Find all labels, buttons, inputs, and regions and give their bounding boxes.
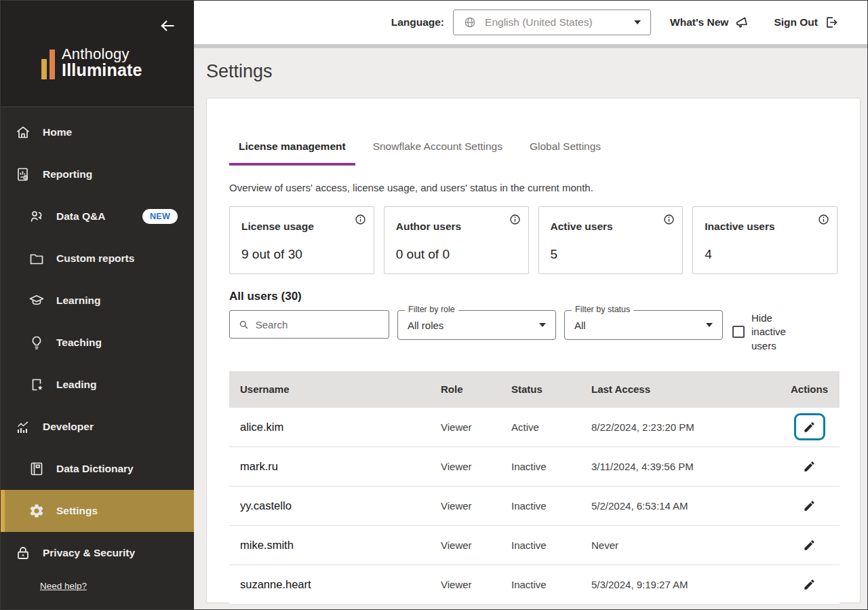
data-qa-icon xyxy=(28,208,45,225)
sidebar-item-label: Privacy & Security xyxy=(43,547,135,559)
language-value: English (United States) xyxy=(485,16,626,28)
cell-status: Inactive xyxy=(511,539,591,551)
reporting-icon xyxy=(15,166,31,183)
document-star-icon xyxy=(28,377,45,393)
cell-last-access: 5/2/2024, 6:53:14 AM xyxy=(591,500,779,512)
filter-by-role-label: Filter by role xyxy=(405,305,458,314)
sidebar-item-data-qa[interactable]: Data Q&A NEW xyxy=(1,195,194,237)
sidebar-item-label: Custom reports xyxy=(56,252,134,265)
cell-status: Inactive xyxy=(511,461,591,472)
language-select[interactable]: English (United States) xyxy=(453,9,651,35)
tab-license-management[interactable]: License management xyxy=(229,140,355,166)
chevron-down-icon xyxy=(634,20,641,24)
brand-name-top: Anthology xyxy=(62,47,142,62)
info-icon[interactable] xyxy=(509,213,521,226)
cell-role: Viewer xyxy=(441,539,511,551)
column-header-actions: Actions xyxy=(779,383,840,395)
cell-last-access: 8/22/2024, 2:23:20 PM xyxy=(591,421,779,433)
sidebar-item-data-dictionary[interactable]: Data Dictionary xyxy=(1,448,194,490)
edit-user-button[interactable] xyxy=(794,531,825,558)
filter-by-status-select[interactable]: Filter by status All xyxy=(564,310,723,340)
brand-logo-icon xyxy=(41,48,55,79)
filter-by-role-value: All roles xyxy=(408,320,539,331)
whats-new-label: What's New xyxy=(670,16,728,28)
sidebar-item-reporting[interactable]: Reporting xyxy=(1,153,194,195)
language-label: Language: xyxy=(391,16,444,28)
edit-user-button[interactable] xyxy=(794,492,825,519)
gear-icon xyxy=(28,503,45,519)
column-header-role: Role xyxy=(441,383,511,395)
table-row: yy.castello Viewer Inactive 5/2/2024, 6:… xyxy=(229,487,840,526)
edit-user-button[interactable] xyxy=(794,413,825,440)
table-header-row: Username Role Status Last Access Actions xyxy=(229,371,840,408)
hide-inactive-label: Hide inactive users xyxy=(751,311,793,353)
sidebar-item-custom-reports[interactable]: Custom reports xyxy=(1,237,194,280)
chevron-down-icon xyxy=(706,323,713,327)
stat-value: 4 xyxy=(705,247,827,262)
sidebar-item-settings[interactable]: Settings xyxy=(1,490,194,532)
stat-card-license-usage: License usage 9 out of 30 xyxy=(229,206,374,274)
journal-icon xyxy=(28,461,45,477)
sidebar-item-learning[interactable]: Learning xyxy=(1,280,194,322)
home-icon xyxy=(15,124,31,140)
table-row: mike.smith Viewer Inactive Never xyxy=(229,526,840,565)
filter-by-status-label: Filter by status xyxy=(572,305,633,314)
lock-icon xyxy=(15,545,31,561)
megaphone-icon xyxy=(734,15,749,30)
info-icon[interactable] xyxy=(354,213,367,226)
sidebar-logo-block: Anthology Illuminate xyxy=(1,1,194,107)
edit-user-button[interactable] xyxy=(794,453,825,480)
collapse-sidebar-icon[interactable] xyxy=(159,17,176,35)
sidebar: Anthology Illuminate Home Reporting Data… xyxy=(1,1,194,609)
sidebar-item-label: Teaching xyxy=(56,337,102,349)
sidebar-item-leading[interactable]: Leading xyxy=(1,364,194,406)
sidebar-item-developer[interactable]: Developer xyxy=(1,406,194,448)
cell-role: Viewer xyxy=(441,500,511,512)
sidebar-item-label: Learning xyxy=(56,294,100,307)
cell-status: Inactive xyxy=(511,579,591,590)
cell-status: Inactive xyxy=(511,500,591,512)
cell-last-access: Never xyxy=(591,539,779,551)
sidebar-item-label: Leading xyxy=(56,379,96,391)
whats-new-button[interactable]: What's New xyxy=(670,15,749,30)
cell-role: Viewer xyxy=(441,579,511,590)
cell-username: yy.castello xyxy=(229,499,441,512)
stat-card-author-users: Author users 0 out of 0 xyxy=(384,206,529,274)
tab-global-settings[interactable]: Global Settings xyxy=(520,140,610,166)
info-icon[interactable] xyxy=(663,213,675,226)
stat-value: 9 out of 30 xyxy=(241,247,364,262)
sidebar-item-label: Developer xyxy=(43,421,94,433)
sidebar-item-label: Reporting xyxy=(43,168,92,180)
chevron-down-icon xyxy=(539,323,546,327)
sidebar-item-home[interactable]: Home xyxy=(1,111,194,153)
brand-name-bottom: Illuminate xyxy=(62,62,142,79)
need-help-link[interactable]: Need help? xyxy=(40,581,87,591)
search-box xyxy=(229,310,389,339)
stat-value: 5 xyxy=(551,247,673,262)
column-header-username: Username xyxy=(229,383,441,395)
sign-out-button[interactable]: Sign Out xyxy=(774,15,839,30)
search-input[interactable] xyxy=(256,319,382,330)
sidebar-item-label: Data Dictionary xyxy=(56,463,134,475)
tab-snowflake-account-settings[interactable]: Snowflake Account Settings xyxy=(363,140,512,166)
filter-by-role-select[interactable]: Filter by role All roles xyxy=(397,310,556,340)
cell-username: alice.kim xyxy=(229,421,441,434)
sidebar-item-teaching[interactable]: Teaching xyxy=(1,322,194,364)
edit-user-button[interactable] xyxy=(794,571,825,598)
chart-trend-icon xyxy=(15,419,31,435)
topbar: Language: English (United States) What's… xyxy=(194,1,867,48)
sidebar-nav: Home Reporting Data Q&A NEW Custom repor… xyxy=(1,107,194,592)
sidebar-item-privacy-security[interactable]: Privacy & Security xyxy=(1,532,194,574)
hide-inactive-checkbox[interactable] xyxy=(732,326,745,338)
cell-username: mike.smith xyxy=(229,539,441,552)
table-row: alice.kim Viewer Active 8/22/2024, 2:23:… xyxy=(229,408,840,447)
cell-last-access: 5/3/2024, 9:19:27 AM xyxy=(591,579,779,590)
table-row: mark.ru Viewer Inactive 3/11/2024, 4:39:… xyxy=(229,447,840,487)
column-header-status: Status xyxy=(511,383,591,395)
sign-out-label: Sign Out xyxy=(774,16,818,28)
cell-role: Viewer xyxy=(441,421,511,433)
filter-by-status-value: All xyxy=(574,320,706,331)
cell-role: Viewer xyxy=(441,461,511,472)
cell-last-access: 3/11/2024, 4:39:56 PM xyxy=(591,461,779,472)
info-icon[interactable] xyxy=(817,213,830,226)
